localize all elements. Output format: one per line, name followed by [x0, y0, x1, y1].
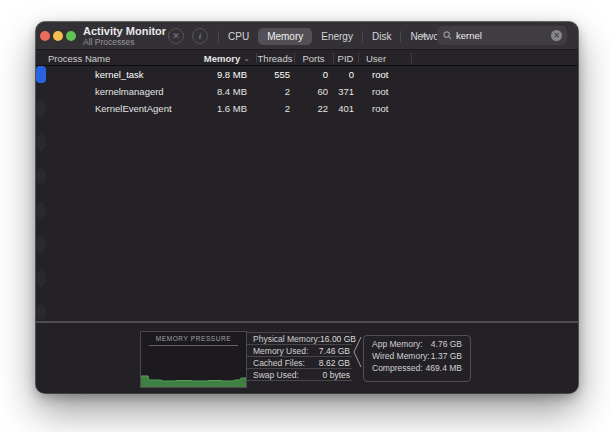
- threads-value: 555: [256, 69, 294, 80]
- stat-value: 16.00 GB: [320, 334, 356, 344]
- search-input[interactable]: [452, 30, 551, 41]
- column-header-ports[interactable]: Ports: [294, 50, 333, 66]
- stat-value: 8.62 GB: [319, 358, 350, 368]
- table-row-empty[interactable]: [36, 168, 46, 185]
- stat-row: Physical Memory:16.00 GB: [247, 333, 352, 345]
- stat-row: App Memory:4.76 GB: [372, 338, 462, 350]
- tab-disk[interactable]: Disk: [363, 28, 400, 45]
- window-title: Activity Monitor: [83, 25, 166, 37]
- memory-value: 9.8 MB: [186, 69, 256, 80]
- user-value: root: [358, 69, 411, 80]
- table-row-empty[interactable]: [36, 185, 578, 202]
- ports-value: 0: [294, 69, 333, 80]
- tab-memory[interactable]: Memory: [258, 28, 312, 45]
- close-window-button[interactable]: [40, 31, 50, 41]
- inspect-process-button[interactable]: i: [192, 28, 208, 44]
- stat-label: Physical Memory:: [253, 334, 320, 344]
- memory-value: 8.4 MB: [186, 86, 256, 97]
- process-name: kernelmanagerd: [36, 86, 186, 97]
- table-row-empty[interactable]: [36, 304, 46, 321]
- tab-cpu[interactable]: CPU: [219, 28, 258, 45]
- pid-value: 0: [333, 69, 358, 80]
- stat-label: App Memory:: [372, 339, 423, 349]
- table-row-empty[interactable]: [36, 151, 578, 168]
- table-header: Process Name Memory ⌄ Threads Ports PID …: [36, 50, 578, 66]
- process-name: KernelEventAgent: [36, 103, 186, 114]
- clear-search-icon[interactable]: ✕: [551, 30, 562, 41]
- table-row-empty[interactable]: [36, 134, 46, 151]
- stat-value: 0 bytes: [323, 370, 350, 380]
- table-row-empty[interactable]: [36, 117, 578, 134]
- stat-value: 4.76 GB: [431, 339, 462, 349]
- memory-summary-panel: MEMORY PRESSURE Physical Memory:16.00 GB…: [36, 323, 578, 393]
- stat-row: Swap Used:0 bytes: [247, 369, 352, 381]
- threads-value: 2: [256, 86, 294, 97]
- table-row-kerneleventagent[interactable]: KernelEventAgent 1.6 MB 2 22 401 root: [36, 100, 46, 117]
- stat-value: 469.4 MB: [426, 363, 462, 373]
- table-row-empty[interactable]: [36, 219, 578, 236]
- memory-stats-table: Physical Memory:16.00 GBMemory Used:7.46…: [247, 332, 352, 381]
- title-block: Activity Monitor All Processes: [83, 25, 166, 47]
- stat-label: Memory Used:: [253, 346, 308, 356]
- search-icon: [443, 31, 452, 40]
- stat-label: Swap Used:: [253, 370, 299, 380]
- column-header-process-name[interactable]: Process Name: [36, 50, 186, 66]
- stop-process-button[interactable]: ✕: [168, 28, 184, 44]
- stat-label: Compressed:: [372, 363, 423, 373]
- stat-row: Cached Files:8.62 GB: [247, 357, 352, 369]
- pressure-area-edge: [141, 376, 246, 381]
- stat-value: 7.46 GB: [319, 346, 350, 356]
- table-row-empty[interactable]: [36, 202, 46, 219]
- stat-row: Compressed:469.4 MB: [372, 362, 462, 374]
- user-value: root: [358, 86, 411, 97]
- process-table: kernel_task 9.8 MB 555 0 0 root kernelma…: [36, 66, 578, 321]
- tab-energy[interactable]: Energy: [312, 28, 362, 45]
- sort-chevron-icon: ⌄: [243, 54, 250, 63]
- memory-header-label: Memory: [204, 53, 240, 64]
- info-icon: i: [199, 31, 202, 41]
- user-value: root: [358, 103, 411, 114]
- pid-value: 371: [333, 86, 358, 97]
- brace-icon: [353, 336, 362, 368]
- memory-pressure-label: MEMORY PRESSURE: [141, 335, 246, 342]
- window-subtitle: All Processes: [83, 38, 166, 47]
- search-field[interactable]: ✕: [437, 26, 567, 45]
- table-row-empty[interactable]: [36, 253, 578, 270]
- stat-label: Cached Files:: [253, 358, 305, 368]
- table-row-empty[interactable]: [36, 236, 46, 253]
- column-header-user[interactable]: User: [358, 50, 411, 66]
- table-row-empty[interactable]: [36, 287, 578, 304]
- process-name: kernel_task: [36, 69, 186, 80]
- zoom-window-button[interactable]: [66, 31, 76, 41]
- pressure-chart-rule: [149, 345, 238, 346]
- stat-value: 1.37 GB: [431, 351, 462, 361]
- ports-value: 22: [294, 103, 333, 114]
- window-controls: [40, 31, 76, 41]
- toolbar-overflow-chevron-icon[interactable]: »: [421, 29, 426, 41]
- column-header-pid[interactable]: PID: [333, 50, 358, 66]
- ports-value: 60: [294, 86, 333, 97]
- minimize-window-button[interactable]: [53, 31, 63, 41]
- memory-value: 1.6 MB: [186, 103, 256, 114]
- stat-label: Wired Memory:: [372, 351, 430, 361]
- column-header-spacer: [411, 50, 578, 66]
- table-row-kernelmanagerd[interactable]: kernelmanagerd 8.4 MB 2 60 371 root: [36, 83, 578, 100]
- table-row-kernel-task[interactable]: kernel_task 9.8 MB 555 0 0 root: [36, 66, 46, 83]
- titlebar: Activity Monitor All Processes ✕ i CPU M…: [36, 22, 578, 50]
- activity-monitor-window: Activity Monitor All Processes ✕ i CPU M…: [36, 22, 578, 393]
- stop-icon: ✕: [172, 31, 180, 41]
- column-header-memory[interactable]: Memory ⌄: [186, 50, 256, 66]
- pressure-area-chart: [141, 347, 246, 387]
- stat-row: Wired Memory:1.37 GB: [372, 350, 462, 362]
- table-row-empty[interactable]: [36, 270, 46, 287]
- memory-pressure-chart: MEMORY PRESSURE: [140, 331, 247, 388]
- column-header-threads[interactable]: Threads: [256, 50, 294, 66]
- pid-value: 401: [333, 103, 358, 114]
- memory-breakdown-box: App Memory:4.76 GBWired Memory:1.37 GBCo…: [363, 335, 471, 382]
- stat-row: Memory Used:7.46 GB: [247, 345, 352, 357]
- threads-value: 2: [256, 103, 294, 114]
